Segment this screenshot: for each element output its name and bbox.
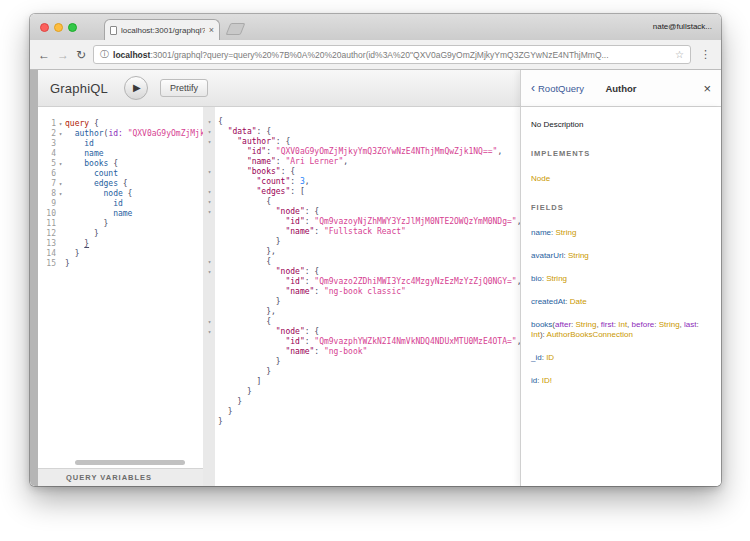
field-link[interactable]: _id xyxy=(531,353,542,362)
field-link[interactable]: createdAt xyxy=(531,297,565,306)
fold-arrow-icon[interactable]: ▾ xyxy=(203,267,216,277)
graphiql-topbar: GraphiQL ▶ Prettify xyxy=(38,70,520,107)
fold-arrow-icon[interactable]: ▾ xyxy=(203,137,216,147)
fold-spacer xyxy=(203,217,216,227)
line-number: 3 xyxy=(38,139,56,149)
fold-arrow-icon[interactable]: ▾ xyxy=(203,257,216,267)
fold-spacer xyxy=(203,247,216,257)
fold-arrow-icon[interactable]: ▾ xyxy=(203,317,216,327)
forward-icon[interactable]: → xyxy=(57,49,69,61)
back-icon[interactable]: ← xyxy=(38,49,50,61)
result-text: "author": { xyxy=(216,137,290,147)
tab-close-icon[interactable]: × xyxy=(209,26,214,35)
arg-name: after xyxy=(555,320,571,329)
result-line: ▾ "books": { xyxy=(203,167,520,177)
type-link[interactable]: String xyxy=(659,320,680,329)
desktop: localhost:3001/graphql?query × nate@full… xyxy=(0,0,750,541)
query-editor[interactable]: 1▾query {2▾ author(id: "QXV0aG9yOmZjMjky… xyxy=(38,107,203,468)
fold-arrow-icon[interactable]: ▾ xyxy=(203,127,216,137)
result-line: } xyxy=(203,357,520,367)
code-line: 11 } xyxy=(38,219,203,229)
field-link[interactable]: name xyxy=(531,228,551,237)
fold-arrow-icon[interactable]: ▾ xyxy=(203,327,216,337)
code-text: id xyxy=(65,199,123,209)
result-text: { xyxy=(216,317,271,327)
doc-fields-header: FIELDS xyxy=(531,203,711,212)
line-number: 10 xyxy=(38,209,56,219)
fold-spacer xyxy=(203,287,216,297)
code-text: count xyxy=(65,169,118,179)
fold-arrow-icon[interactable]: ▾ xyxy=(203,197,216,207)
fold-spacer xyxy=(203,357,216,367)
type-link[interactable]: String xyxy=(568,251,589,260)
fold-arrow-icon[interactable]: ▾ xyxy=(56,179,65,189)
fold-arrow-icon[interactable]: ▾ xyxy=(203,167,216,177)
new-tab-button[interactable] xyxy=(226,23,246,35)
type-link[interactable]: AuthorBooksConnection xyxy=(547,330,633,339)
fold-spacer xyxy=(203,147,216,157)
url-rest: :3001/graphql?query=query%20%7B%0A%20%20… xyxy=(150,50,608,60)
type-link[interactable]: ID xyxy=(546,353,554,362)
doc-implements-list: Node xyxy=(531,174,711,183)
browser-menu-icon[interactable]: ⋮ xyxy=(698,48,713,61)
doc-back-link[interactable]: ‹RootQuery xyxy=(531,83,584,94)
result-line: ▾ "author": { xyxy=(203,137,520,147)
fold-spacer xyxy=(203,377,216,387)
fold-arrow-icon[interactable]: ▾ xyxy=(56,189,65,199)
field-link[interactable]: bio xyxy=(531,274,542,283)
type-link[interactable]: Node xyxy=(531,174,550,183)
fold-arrow-icon[interactable]: ▾ xyxy=(203,207,216,217)
type-link[interactable]: ID! xyxy=(542,376,552,385)
fold-arrow-icon[interactable]: ▾ xyxy=(56,159,65,169)
result-line: "id": "Qm9vazphYWZkN2I4NmVkNDQ4NDUxMTU0M… xyxy=(203,337,520,347)
close-window-button[interactable] xyxy=(40,23,49,32)
browser-tab[interactable]: localhost:3001/graphql?query × xyxy=(104,19,220,40)
graphiql-logo: GraphiQL xyxy=(50,81,108,96)
prettify-button[interactable]: Prettify xyxy=(160,79,208,97)
fold-arrow-icon[interactable]: ▾ xyxy=(56,119,65,129)
line-number: 5 xyxy=(38,159,56,169)
result-line: } xyxy=(203,387,520,397)
url-bar[interactable]: ⓘ localhost:3001/graphql?query=query%20%… xyxy=(93,45,691,64)
fold-spacer xyxy=(56,139,65,149)
minimize-window-button[interactable] xyxy=(54,23,63,32)
type-link[interactable]: Int xyxy=(618,320,627,329)
type-link[interactable]: Int xyxy=(531,330,540,339)
field-link[interactable]: books xyxy=(531,320,552,329)
reload-icon[interactable]: ↻ xyxy=(76,49,86,61)
fold-arrow-icon[interactable]: ▾ xyxy=(203,187,216,197)
result-line: ▾ "node": { xyxy=(203,207,520,217)
zoom-window-button[interactable] xyxy=(68,23,77,32)
type-link[interactable]: Date xyxy=(570,297,587,306)
code-line: 4 name xyxy=(38,149,203,159)
execute-query-button[interactable]: ▶ xyxy=(124,76,148,100)
result-viewer[interactable]: ▾{▾ "data": {▾ "author": { "id": "QXV0aG… xyxy=(203,107,520,486)
doc-implements-header: IMPLEMENTS xyxy=(531,149,711,158)
result-text: "name": "ng-book classic" xyxy=(216,287,406,297)
info-icon[interactable]: ⓘ xyxy=(100,48,109,61)
query-variables-bar[interactable]: QUERY VARIABLES xyxy=(38,468,203,486)
doc-close-icon[interactable]: × xyxy=(703,82,711,95)
type-link[interactable]: String xyxy=(546,274,567,283)
doc-field: bio: String xyxy=(531,274,711,284)
fold-arrow-icon[interactable]: ▾ xyxy=(203,117,216,127)
result-line: }, xyxy=(203,307,520,317)
code-text: query { xyxy=(65,119,99,129)
field-link[interactable]: avatarUrl xyxy=(531,251,563,260)
fold-spacer xyxy=(203,157,216,167)
code-text: } xyxy=(65,259,70,269)
result-text: }, xyxy=(216,307,276,317)
code-line: 14 } xyxy=(38,249,203,259)
result-line: "name": "Ari Lerner", xyxy=(203,157,520,167)
fold-spacer xyxy=(56,249,65,259)
bookmark-star-icon[interactable]: ☆ xyxy=(675,49,684,60)
result-text: } xyxy=(216,357,281,367)
doc-field: books(after: String, first: Int, before:… xyxy=(531,320,711,340)
result-line: } xyxy=(203,397,520,407)
type-link[interactable]: String xyxy=(555,228,576,237)
result-line: } xyxy=(203,417,520,427)
horizontal-scrollbar[interactable] xyxy=(75,460,185,465)
fold-arrow-icon[interactable]: ▾ xyxy=(56,129,65,139)
result-text: } xyxy=(216,297,281,307)
type-link[interactable]: String xyxy=(576,320,597,329)
